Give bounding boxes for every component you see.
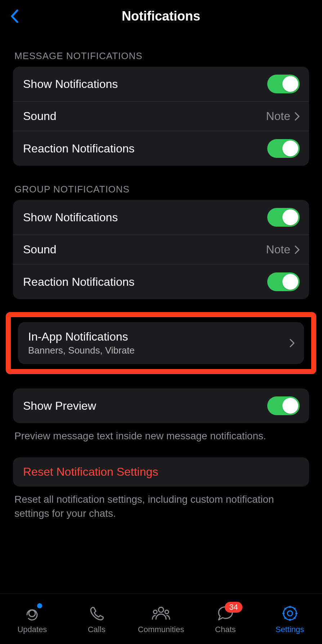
chevron-right-icon xyxy=(295,245,300,254)
row-reaction-notifications[interactable]: Reaction Notifications xyxy=(13,131,309,166)
tab-calls[interactable]: Calls xyxy=(64,594,129,644)
row-sublabel: Banners, Sounds, Vibrate xyxy=(28,345,135,356)
preview-footer: Preview message text inside new message … xyxy=(14,429,308,443)
row-label: Reaction Notifications xyxy=(23,275,134,289)
page-title: Notifications xyxy=(122,9,200,24)
svg-point-5 xyxy=(287,611,292,616)
toggle-show-preview[interactable] xyxy=(267,396,300,415)
tab-label: Settings xyxy=(276,625,304,634)
group-notifications-group: Show Notifications Sound Note Reaction N… xyxy=(13,200,309,299)
row-show-preview[interactable]: Show Preview xyxy=(13,388,309,423)
header: Notifications xyxy=(0,0,322,32)
chevron-left-icon xyxy=(10,9,18,23)
tab-label: Communities xyxy=(138,625,184,634)
back-button[interactable] xyxy=(7,7,22,25)
toggle-show-notifications[interactable] xyxy=(267,75,300,93)
sound-value: Note xyxy=(266,243,290,256)
section-header-group: GROUP NOTIFICATIONS xyxy=(14,184,309,195)
svg-point-0 xyxy=(29,610,35,617)
updates-dot-indicator xyxy=(37,603,42,608)
tab-label: Calls xyxy=(88,625,106,634)
row-label: Show Notifications xyxy=(23,77,118,91)
row-label: Show Preview xyxy=(23,399,96,413)
tab-updates[interactable]: Updates xyxy=(0,594,64,644)
in-app-notifications-group: In-App Notifications Banners, Sounds, Vi… xyxy=(18,322,304,364)
communities-icon xyxy=(151,605,171,621)
tab-label: Updates xyxy=(17,625,47,634)
reset-group: Reset Notification Settings xyxy=(13,457,309,487)
toggle-group-reaction-notifications[interactable] xyxy=(267,272,300,291)
tab-settings[interactable]: Settings xyxy=(258,594,322,644)
phone-icon xyxy=(89,605,104,621)
row-show-notifications[interactable]: Show Notifications xyxy=(13,67,309,101)
highlight-in-app-notifications: In-App Notifications Banners, Sounds, Vi… xyxy=(6,312,316,374)
section-header-message: MESSAGE NOTIFICATIONS xyxy=(14,50,309,62)
message-notifications-group: Show Notifications Sound Note Reaction N… xyxy=(13,67,309,166)
row-group-show-notifications[interactable]: Show Notifications xyxy=(13,200,309,235)
tab-chats[interactable]: 34 Chats xyxy=(193,594,258,644)
svg-point-3 xyxy=(165,610,169,614)
tab-bar: Updates Calls Communities 34 xyxy=(0,594,322,644)
row-group-sound[interactable]: Sound Note xyxy=(13,235,309,264)
show-preview-group: Show Preview xyxy=(13,388,309,423)
row-label: Sound xyxy=(23,110,57,123)
row-reset-notification-settings[interactable]: Reset Notification Settings xyxy=(13,457,309,487)
chevron-right-icon xyxy=(290,339,295,347)
row-label: Show Notifications xyxy=(23,211,118,224)
row-label: Reset Notification Settings xyxy=(23,465,158,479)
row-sound[interactable]: Sound Note xyxy=(13,101,309,131)
tab-communities[interactable]: Communities xyxy=(129,594,193,644)
toggle-reaction-notifications[interactable] xyxy=(267,139,300,158)
toggle-group-show-notifications[interactable] xyxy=(267,208,300,227)
sound-value: Note xyxy=(266,110,290,123)
row-in-app-notifications[interactable]: In-App Notifications Banners, Sounds, Vi… xyxy=(18,322,304,364)
row-label: Reaction Notifications xyxy=(23,142,134,155)
tab-label: Chats xyxy=(215,625,236,634)
row-label: Sound xyxy=(23,243,57,256)
chevron-right-icon xyxy=(295,112,300,121)
svg-point-2 xyxy=(153,610,157,614)
chats-badge: 34 xyxy=(225,602,242,613)
svg-point-1 xyxy=(158,607,164,612)
gear-icon xyxy=(282,605,298,622)
row-group-reaction-notifications[interactable]: Reaction Notifications xyxy=(13,264,309,299)
row-label: In-App Notifications xyxy=(28,330,135,343)
reset-footer: Reset all notification settings, includi… xyxy=(14,492,308,520)
